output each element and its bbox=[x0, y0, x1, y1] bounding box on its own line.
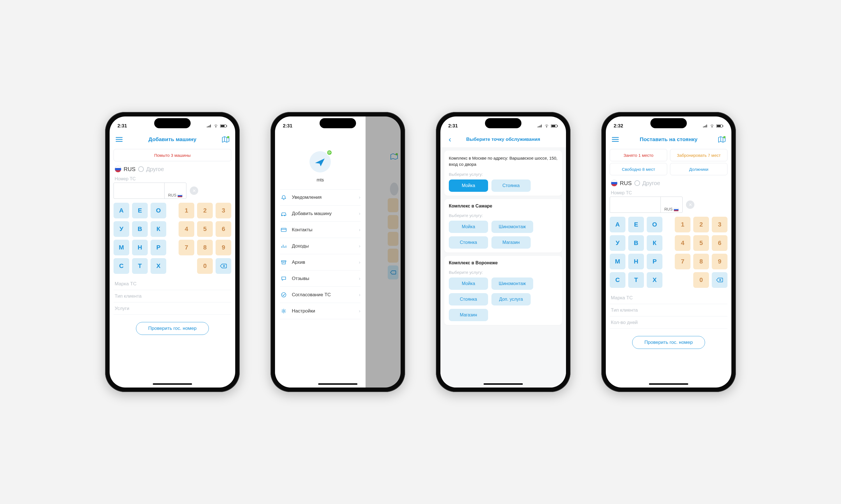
menu-gear[interactable]: Настройки› bbox=[280, 303, 361, 319]
service-pill[interactable]: Шиномонтаж bbox=[492, 277, 533, 290]
map-button[interactable] bbox=[717, 135, 726, 144]
key-У[interactable]: У bbox=[610, 235, 625, 251]
service-pill[interactable]: Стоянка bbox=[492, 179, 531, 192]
key-С[interactable]: С bbox=[114, 258, 129, 274]
field-client[interactable]: Тип клиента bbox=[114, 290, 231, 302]
key-2[interactable]: 2 bbox=[197, 203, 213, 218]
clear-button[interactable]: ✕ bbox=[190, 186, 198, 195]
plate-input[interactable]: RUS bbox=[610, 197, 683, 213]
key-А[interactable]: А bbox=[114, 203, 129, 218]
key-5[interactable]: 5 bbox=[197, 221, 213, 237]
service-pill[interactable]: Доп. услуга bbox=[492, 293, 531, 305]
country-rus[interactable]: RUS bbox=[611, 180, 632, 186]
key-7[interactable]: 7 bbox=[675, 254, 690, 269]
washed-banner[interactable]: Помыто 3 машины bbox=[114, 149, 231, 161]
back-button[interactable]: ‹ bbox=[445, 135, 454, 144]
key-К[interactable]: К bbox=[151, 221, 166, 237]
key-3[interactable]: 3 bbox=[216, 203, 231, 218]
service-pill[interactable]: Стоянка bbox=[449, 293, 488, 305]
key-Х[interactable]: Х bbox=[647, 272, 663, 288]
key-Р[interactable]: Р bbox=[151, 240, 166, 255]
key-О[interactable]: О bbox=[647, 217, 663, 232]
key-9[interactable]: 9 bbox=[216, 240, 231, 255]
key-В[interactable]: В bbox=[132, 221, 148, 237]
field-services[interactable]: Услуги bbox=[114, 302, 231, 315]
key-У[interactable]: У bbox=[114, 221, 129, 237]
key-1[interactable]: 1 bbox=[178, 203, 194, 218]
key-О[interactable]: О bbox=[151, 203, 166, 218]
backspace-key[interactable] bbox=[216, 258, 231, 274]
service-pill[interactable]: Мойка bbox=[449, 277, 488, 290]
menu-button[interactable] bbox=[611, 135, 620, 144]
key-1[interactable]: 1 bbox=[675, 217, 690, 232]
field-brand[interactable]: Марка ТС bbox=[114, 278, 231, 290]
menu-bell[interactable]: Уведомления› bbox=[280, 189, 361, 205]
service-pill[interactable]: Мойка bbox=[449, 179, 488, 192]
key-3[interactable]: 3 bbox=[712, 217, 727, 232]
key-Х[interactable]: Х bbox=[151, 258, 166, 274]
key-А[interactable]: А bbox=[610, 217, 625, 232]
gear-icon bbox=[280, 308, 287, 314]
key-9[interactable]: 9 bbox=[712, 254, 727, 269]
key-М[interactable]: М bbox=[610, 254, 625, 269]
key-6[interactable]: 6 bbox=[712, 235, 727, 251]
plate-input[interactable]: RUS bbox=[114, 183, 186, 199]
check-plate-button[interactable]: Проверить гос. номер bbox=[632, 336, 705, 349]
country-other[interactable]: Другое bbox=[634, 180, 660, 186]
key-5[interactable]: 5 bbox=[693, 235, 709, 251]
key-Е[interactable]: Е bbox=[132, 203, 148, 218]
menu-label: Отзывы bbox=[292, 276, 309, 282]
key-Т[interactable]: Т bbox=[628, 272, 644, 288]
drawer-overlay[interactable] bbox=[365, 116, 400, 388]
country-rus[interactable]: RUS bbox=[115, 166, 135, 173]
key-0[interactable]: 0 bbox=[693, 272, 709, 288]
chip-free[interactable]: Свободно 8 мест bbox=[610, 163, 667, 175]
map-button[interactable] bbox=[221, 135, 230, 144]
key-Е[interactable]: Е bbox=[628, 217, 644, 232]
key-В[interactable]: В bbox=[628, 235, 644, 251]
service-pill[interactable]: Шиномонтаж bbox=[492, 221, 533, 233]
menu-chart[interactable]: Доходы› bbox=[280, 238, 361, 254]
service-pill[interactable]: Мойка bbox=[449, 221, 488, 233]
avatar[interactable]: ⟳ bbox=[309, 151, 331, 173]
key-0[interactable]: 0 bbox=[197, 258, 213, 274]
check-plate-button[interactable]: Проверить гос. номер bbox=[136, 322, 209, 335]
menu-archive[interactable]: Архив› bbox=[280, 254, 361, 270]
field-brand[interactable]: Марка ТС bbox=[610, 292, 727, 304]
key-7[interactable]: 7 bbox=[178, 240, 194, 255]
chip-debt[interactable]: Должники bbox=[670, 163, 727, 175]
status-icons bbox=[207, 124, 227, 128]
clear-button[interactable]: ✕ bbox=[686, 200, 694, 209]
key-Т[interactable]: Т bbox=[132, 258, 148, 274]
key-2[interactable]: 2 bbox=[693, 217, 709, 232]
backspace-key[interactable] bbox=[712, 272, 727, 288]
menu-check[interactable]: Согласование ТС› bbox=[280, 287, 361, 303]
field-client[interactable]: Тип клиента bbox=[610, 304, 727, 317]
service-pill[interactable]: Магазин bbox=[449, 309, 488, 321]
key-К[interactable]: К bbox=[647, 235, 663, 251]
service-pill[interactable]: Магазин bbox=[492, 236, 531, 249]
key-Р[interactable]: Р bbox=[647, 254, 663, 269]
key-4[interactable]: 4 bbox=[178, 221, 194, 237]
key-М[interactable]: М bbox=[114, 240, 129, 255]
country-other[interactable]: Другое bbox=[138, 166, 164, 173]
chip-busy[interactable]: Занято 1 место bbox=[610, 149, 667, 161]
menu-button[interactable] bbox=[115, 135, 124, 144]
battery-icon bbox=[220, 124, 227, 128]
svg-point-3 bbox=[227, 136, 229, 138]
chevron-right-icon: › bbox=[359, 259, 361, 265]
wifi-icon bbox=[544, 124, 549, 128]
menu-car[interactable]: Добавить машину› bbox=[280, 205, 361, 222]
key-С[interactable]: С bbox=[610, 272, 625, 288]
field-days[interactable]: Кол-во дней bbox=[610, 317, 727, 329]
menu-chat[interactable]: Отзывы› bbox=[280, 270, 361, 287]
key-6[interactable]: 6 bbox=[216, 221, 231, 237]
key-8[interactable]: 8 bbox=[197, 240, 213, 255]
key-4[interactable]: 4 bbox=[675, 235, 690, 251]
key-Н[interactable]: Н bbox=[132, 240, 148, 255]
key-Н[interactable]: Н bbox=[628, 254, 644, 269]
service-pill[interactable]: Стоянка bbox=[449, 236, 488, 249]
chip-book[interactable]: Забронировать 7 мест bbox=[670, 149, 727, 161]
key-8[interactable]: 8 bbox=[693, 254, 709, 269]
menu-card[interactable]: Контакты› bbox=[280, 222, 361, 238]
